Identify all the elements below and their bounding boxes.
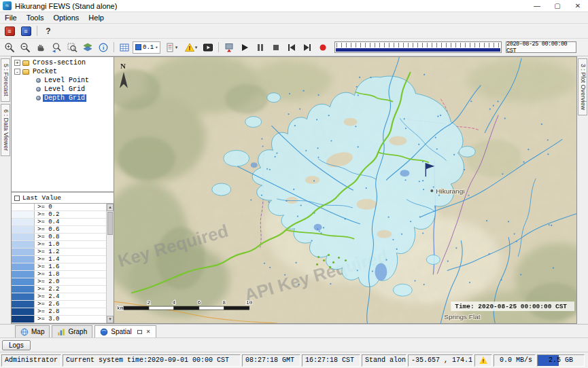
legend-row[interactable]: >= 2.2: [12, 286, 106, 293]
map-area[interactable]: API Key Required API Key Required: [114, 56, 577, 324]
legend-label: >= 0.6: [35, 226, 59, 233]
layers-button[interactable]: [80, 41, 95, 54]
legend-color-swatch: [12, 286, 35, 293]
maximize-button[interactable]: ▢: [547, 0, 568, 12]
tab-graph[interactable]: Graph: [52, 325, 92, 337]
record-button[interactable]: [315, 41, 330, 54]
tree-toggle-icon[interactable]: -: [14, 69, 20, 75]
threshold-dropdown[interactable]: 0.1▾: [133, 41, 160, 54]
status-cell-warning[interactable]: !: [474, 354, 492, 367]
legend-color-swatch: [12, 204, 35, 210]
legend-label: >= 1.6: [35, 263, 59, 270]
logs-button[interactable]: Logs: [2, 340, 31, 350]
current-datetime-display: 2020-08-25 00:00:00 CST: [506, 41, 576, 53]
step-forward-button[interactable]: [300, 41, 315, 54]
timeline-slider[interactable]: [334, 41, 502, 53]
last-value-checkbox[interactable]: [14, 196, 20, 201]
stop-button[interactable]: [269, 41, 283, 54]
zoom-previous-icon: [51, 42, 62, 53]
legend-row[interactable]: >= 2.4: [12, 293, 106, 301]
legend-row[interactable]: >= 1.0: [12, 241, 106, 249]
dock-tab-data-viewer[interactable]: 6 : Data Viewer: [1, 104, 10, 156]
tree-item-pocket[interactable]: -Pocket: [12, 67, 114, 76]
legend-row[interactable]: >= 2.8: [12, 308, 106, 316]
map-time-label: Time: 2020-08-25 00:00:00 CST: [451, 301, 574, 311]
legend-color-swatch: [12, 308, 35, 315]
dock-tab-forecast[interactable]: 5 : Forecast: [1, 58, 10, 102]
scroll-up-icon[interactable]: ▲: [107, 204, 114, 211]
info-button[interactable]: i: [96, 41, 111, 54]
menu-help[interactable]: Help: [84, 13, 109, 22]
legend-title: Last Value: [22, 194, 61, 202]
bottom-tab-bar: MapGraphSpatial✕: [0, 324, 588, 337]
status-cell-network-speed: 0.0 MB/s: [494, 354, 536, 367]
dock-tab-plot-overview[interactable]: 3 : Plot Overview: [578, 58, 587, 115]
scalebar-dropdown[interactable]: ▾: [161, 41, 180, 54]
tree-item-cross-section[interactable]: +Cross-section: [12, 58, 114, 67]
memory-label: 2.5 GB: [549, 356, 573, 364]
legend-color-swatch: [12, 301, 35, 308]
tree-item-level-point[interactable]: Level Point: [12, 76, 114, 85]
map-canvas[interactable]: API Key Required API Key Required: [114, 57, 576, 323]
scroll-thumb[interactable]: [107, 212, 113, 235]
tree-item-depth-grid[interactable]: Depth Grid: [12, 94, 114, 103]
zoom-in-icon: [4, 42, 15, 53]
legend-row[interactable]: >= 0.2: [12, 211, 106, 219]
legend-row[interactable]: >= 0.6: [12, 226, 106, 234]
legend-row[interactable]: >= 1.4: [12, 256, 106, 263]
close-button[interactable]: ✕: [568, 0, 588, 12]
tab-map[interactable]: Map: [15, 325, 50, 337]
legend-label: >= 1.8: [35, 271, 59, 278]
main-area: 5 : Forecast 6 : Data Viewer +Cross-sect…: [0, 56, 588, 324]
step-forward-icon: [302, 42, 313, 53]
legend-row[interactable]: >= 1.8: [12, 271, 106, 278]
spatial-side-panel: +Cross-section-PocketLevel PointLevel Gr…: [11, 56, 114, 324]
zoom-out-button[interactable]: [18, 41, 33, 54]
zoom-extent-button[interactable]: [65, 41, 80, 54]
step-back-button[interactable]: [284, 41, 299, 54]
legend-row[interactable]: >= 1.2: [12, 249, 106, 256]
play-button[interactable]: [237, 41, 252, 54]
menu-options[interactable]: Options: [48, 13, 84, 22]
tree-item-level-grid[interactable]: Level Grid: [12, 85, 114, 94]
legend-row[interactable]: >= 1.6: [12, 263, 106, 271]
animation-button[interactable]: [201, 41, 215, 54]
legend-row[interactable]: >= 3.0: [12, 316, 106, 323]
legend-scrollbar[interactable]: ▲ ▼: [106, 204, 114, 323]
database-button[interactable]: ≡: [18, 24, 33, 38]
tree-toggle-icon[interactable]: +: [14, 60, 20, 66]
scroll-down-icon[interactable]: ▼: [107, 316, 114, 323]
legend-label: >= 2.2: [35, 286, 59, 293]
legend-list: >= 0>= 0.2>= 0.4>= 0.6>= 0.8>= 1.0>= 1.2…: [12, 204, 106, 323]
menu-tools[interactable]: Tools: [22, 13, 49, 22]
help-button[interactable]: ?: [41, 24, 56, 38]
place-label-hikurangi: Hikurangi: [436, 187, 464, 195]
capture-button[interactable]: [222, 41, 237, 54]
close-tab-icon[interactable]: ✕: [146, 329, 151, 335]
status-cell-user: Administrator: [1, 354, 61, 367]
legend-label: >= 0.4: [35, 219, 59, 225]
legend-label: >= 1.0: [35, 241, 59, 248]
legend-row[interactable]: >= 0.4: [12, 219, 106, 226]
thresholds-warning-dropdown[interactable]: !▾: [181, 41, 200, 54]
legend-row[interactable]: >= 0.8: [12, 234, 106, 241]
map-time-text: Time: 2020-08-25 00:00:00 CST: [455, 303, 567, 310]
restore-panel-icon[interactable]: [137, 330, 142, 334]
legend-row[interactable]: >= 2.0: [12, 278, 106, 286]
explorer-button[interactable]: ≡: [2, 24, 17, 38]
legend-row[interactable]: >= 2.6: [12, 301, 106, 308]
zoom-previous-button[interactable]: [49, 41, 64, 54]
zoom-in-button[interactable]: [2, 41, 17, 54]
minimize-button[interactable]: —: [527, 0, 547, 12]
pause-button[interactable]: [253, 41, 268, 54]
scalebar-icon: [165, 42, 175, 53]
threshold-color-icon: [135, 44, 141, 50]
menu-file[interactable]: File: [0, 13, 22, 22]
tab-spatial[interactable]: Spatial✕: [94, 325, 156, 337]
legend-color-swatch: [12, 234, 35, 240]
node-icon: [36, 87, 41, 92]
pan-button[interactable]: [33, 41, 48, 54]
legend-row[interactable]: >= 0: [12, 204, 106, 211]
play-icon: [239, 42, 250, 53]
grid-display-button[interactable]: [117, 41, 132, 54]
